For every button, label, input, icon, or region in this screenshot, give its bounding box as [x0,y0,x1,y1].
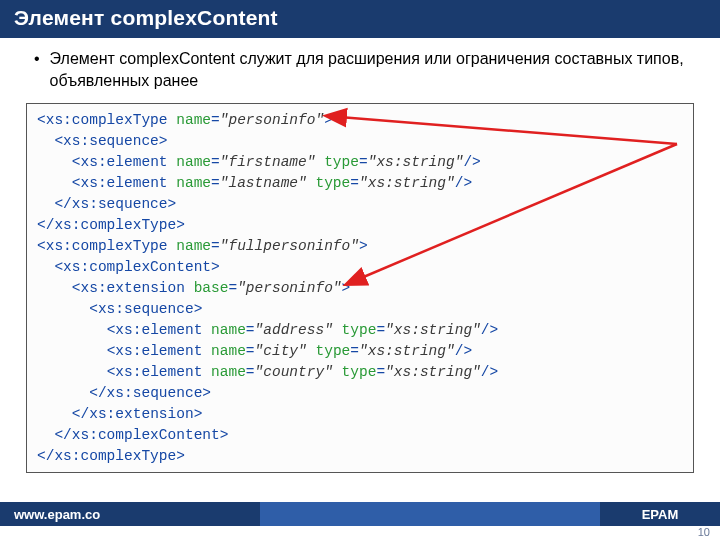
footer-spacer [260,502,600,526]
code-line: <xs:complexContent> [37,257,683,278]
page-number: 10 [698,526,710,538]
code-line: <xs:element name="address" type="xs:stri… [37,320,683,341]
code-block: <xs:complexType name="personinfo"> <xs:s… [26,103,694,473]
code-line: </xs:complexType> [37,446,683,467]
bullet-list: • Элемент complexContent служит для расш… [0,38,720,101]
bullet-dot-icon: • [34,48,40,93]
code-line: <xs:element name="lastname" type="xs:str… [37,173,683,194]
code-line: <xs:sequence> [37,299,683,320]
footer-url: www.epam.co [0,502,260,526]
code-line: </xs:complexContent> [37,425,683,446]
bullet-item: • Элемент complexContent служит для расш… [34,48,690,93]
code-line: <xs:element name="firstname" type="xs:st… [37,152,683,173]
code-line: <xs:extension base="personinfo"> [37,278,683,299]
slide-title-bar: Элемент complexContent [0,0,720,38]
footer-brand: EPAM [600,502,720,526]
bullet-text: Элемент complexContent служит для расшир… [50,48,690,93]
code-line: <xs:element name="country" type="xs:stri… [37,362,683,383]
code-line: </xs:sequence> [37,383,683,404]
slide-title: Элемент complexContent [14,6,278,29]
code-line: </xs:complexType> [37,215,683,236]
code-line: <xs:sequence> [37,131,683,152]
code-line: <xs:complexType name="personinfo"> [37,110,683,131]
code-line: </xs:extension> [37,404,683,425]
footer-bar: www.epam.co EPAM [0,502,720,526]
code-line: </xs:sequence> [37,194,683,215]
code-line: <xs:complexType name="fullpersoninfo"> [37,236,683,257]
code-line: <xs:element name="city" type="xs:string"… [37,341,683,362]
